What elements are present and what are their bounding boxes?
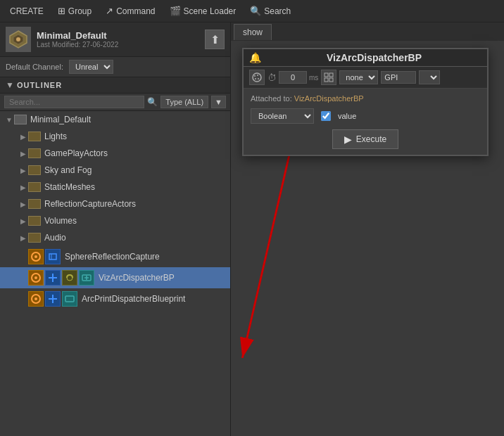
outliner-header: ▼ OUTLINER bbox=[0, 77, 230, 94]
tree-item-arcprint[interactable]: ArcPrintDispatcherBlueprint bbox=[0, 288, 230, 309]
create-button[interactable]: CREATE bbox=[3, 0, 51, 22]
show-tab[interactable]: show bbox=[234, 24, 272, 40]
project-action-button[interactable]: ⬆ bbox=[205, 30, 225, 49]
tree-label-arcprint: ArcPrintDispatcherBlueprint bbox=[82, 294, 185, 304]
arrow-static: ▶ bbox=[18, 184, 28, 191]
search-icon: 🔍 bbox=[147, 97, 158, 107]
svg-rect-18 bbox=[325, 73, 328, 77]
right-content: 🔔 VizArcDispatcherBP ⏱ ms bbox=[231, 42, 504, 436]
vizarc-icon-2 bbox=[45, 270, 61, 286]
svg-point-4 bbox=[34, 255, 37, 258]
command-button[interactable]: ↗ Command bbox=[99, 0, 162, 22]
execute-button[interactable]: ▶ Execute bbox=[332, 129, 398, 149]
show-tab-bar: show bbox=[231, 23, 504, 42]
tree-item-lights[interactable]: ▶ Lights bbox=[0, 128, 230, 145]
scene-loader-icon: 🎬 bbox=[170, 6, 181, 16]
vizarc-icon-1 bbox=[28, 270, 44, 286]
create-label: CREATE bbox=[10, 6, 44, 16]
svg-rect-10 bbox=[65, 296, 74, 302]
execute-label: Execute bbox=[356, 134, 386, 144]
vizarc-icon-group bbox=[28, 270, 94, 286]
popup-body: Attached to: VizArcDispatcherBP Boolean … bbox=[244, 89, 487, 155]
tree-label-root: Minimal_Default bbox=[30, 115, 91, 124]
show-tab-label: show bbox=[243, 27, 263, 37]
svg-point-16 bbox=[258, 78, 259, 79]
arcprint-icon-2 bbox=[45, 291, 61, 307]
vizarc-icon-4 bbox=[79, 270, 94, 286]
gpi-select[interactable]: ▼ bbox=[419, 70, 440, 84]
scene-loader-label: Scene Loader bbox=[184, 6, 237, 16]
tree-item-vizarc[interactable]: VizArcDispatcherBP bbox=[0, 267, 230, 288]
folder-icon-lights bbox=[28, 132, 41, 141]
project-modified: Last Modified: 27-06-2022 bbox=[37, 41, 199, 49]
value-checkbox[interactable] bbox=[321, 111, 331, 121]
group-button[interactable]: ⊞ Group bbox=[51, 0, 99, 22]
expand-icon: ▼ bbox=[215, 98, 222, 106]
arcprint-icon-group bbox=[28, 291, 77, 307]
command-label: Command bbox=[116, 6, 155, 16]
search-toolbar-label: Search bbox=[264, 6, 291, 16]
tree-item-reflection[interactable]: ▶ ReflectionCaptureActors bbox=[0, 195, 230, 212]
sphere-icon-group bbox=[28, 249, 61, 264]
execute-icon: ▶ bbox=[344, 134, 352, 145]
sphere-icon-1 bbox=[28, 249, 44, 264]
vizarc-icon-3 bbox=[62, 270, 77, 286]
folder-icon-audio bbox=[28, 233, 41, 243]
tree-item-static[interactable]: ▶ StaticMeshes bbox=[0, 179, 230, 195]
command-icon: ↗ bbox=[106, 6, 113, 16]
svg-rect-21 bbox=[329, 78, 333, 82]
svg-point-15 bbox=[257, 75, 258, 76]
dispatcher-popup: 🔔 VizArcDispatcherBP ⏱ ms bbox=[242, 48, 489, 156]
search-button[interactable]: 🔍 Search bbox=[243, 0, 298, 22]
tree-label-volumes: Volumes bbox=[44, 216, 77, 226]
folder-icon-static bbox=[28, 182, 41, 192]
arrow-audio: ▶ bbox=[18, 234, 28, 242]
arrow-reflection: ▶ bbox=[18, 200, 28, 208]
arrow-lights: ▶ bbox=[18, 133, 28, 141]
gpi-input[interactable] bbox=[381, 71, 416, 84]
expand-button[interactable]: ▼ bbox=[211, 96, 226, 108]
tree-item-root[interactable]: ▼ Minimal_Default bbox=[0, 111, 230, 128]
channel-select[interactable]: Unreal bbox=[69, 60, 113, 74]
tree-item-audio[interactable]: ▶ Audio bbox=[0, 229, 230, 246]
folder-icon-gameplay bbox=[28, 148, 41, 158]
tree-label-sky: Sky and Fog bbox=[44, 165, 92, 175]
group-label: Group bbox=[68, 6, 92, 16]
arrow-gameplay: ▶ bbox=[18, 150, 28, 158]
bell-icon: 🔔 bbox=[249, 52, 261, 63]
svg-point-9 bbox=[34, 297, 37, 300]
tree-item-gameplay[interactable]: ▶ GamePlayActors bbox=[0, 145, 230, 162]
top-toolbar: CREATE ⊞ Group ↗ Command 🎬 Scene Loader … bbox=[0, 0, 504, 23]
cookie-icon-btn[interactable] bbox=[249, 70, 265, 85]
tree-label-lights: Lights bbox=[44, 132, 67, 141]
type-filter-label: Type (ALL) bbox=[165, 98, 203, 106]
popup-title-bar: 🔔 VizArcDispatcherBP bbox=[244, 49, 487, 67]
outliner-toggle-icon: ▼ bbox=[6, 80, 14, 90]
tree-label-vizarc: VizArcDispatcherBP bbox=[99, 273, 175, 283]
scene-loader-button[interactable]: 🎬 Scene Loader bbox=[163, 0, 244, 22]
tree-item-sky[interactable]: ▶ Sky and Fog bbox=[0, 162, 230, 179]
svg-point-6 bbox=[34, 276, 37, 279]
boolean-dropdown[interactable]: Boolean bbox=[251, 108, 314, 124]
svg-point-14 bbox=[254, 75, 256, 77]
project-icon bbox=[6, 27, 31, 52]
main-layout: Minimal_Default Last Modified: 27-06-202… bbox=[0, 23, 504, 436]
grid-icon bbox=[321, 70, 336, 85]
grid-select[interactable]: none bbox=[339, 70, 378, 84]
popup-timer: ⏱ ms bbox=[267, 71, 318, 84]
folder-icon-sky bbox=[28, 165, 41, 175]
tree-label-static: StaticMeshes bbox=[44, 182, 95, 192]
outliner-tree: ▼ Minimal_Default ▶ Lights ▶ GamePlayAct… bbox=[0, 111, 230, 436]
outliner-search-input[interactable] bbox=[4, 96, 144, 108]
popup-attached-label: Attached to: VizArcDispatcherBP bbox=[251, 94, 480, 103]
tree-item-sphere[interactable]: SphereReflectionCapture bbox=[0, 246, 230, 267]
left-panel: Minimal_Default Last Modified: 27-06-202… bbox=[0, 23, 231, 436]
svg-point-2 bbox=[16, 37, 20, 41]
tree-arrow-root: ▼ bbox=[4, 116, 14, 124]
search-toolbar-icon: 🔍 bbox=[250, 6, 261, 16]
timer-unit-label: ms bbox=[309, 74, 318, 82]
right-panel: show 🔔 VizArcDispatcherBP bbox=[231, 23, 504, 436]
tree-item-volumes[interactable]: ▶ Volumes bbox=[0, 212, 230, 229]
type-filter-button[interactable]: Type (ALL) bbox=[160, 96, 208, 108]
timer-value-input[interactable] bbox=[279, 71, 307, 84]
